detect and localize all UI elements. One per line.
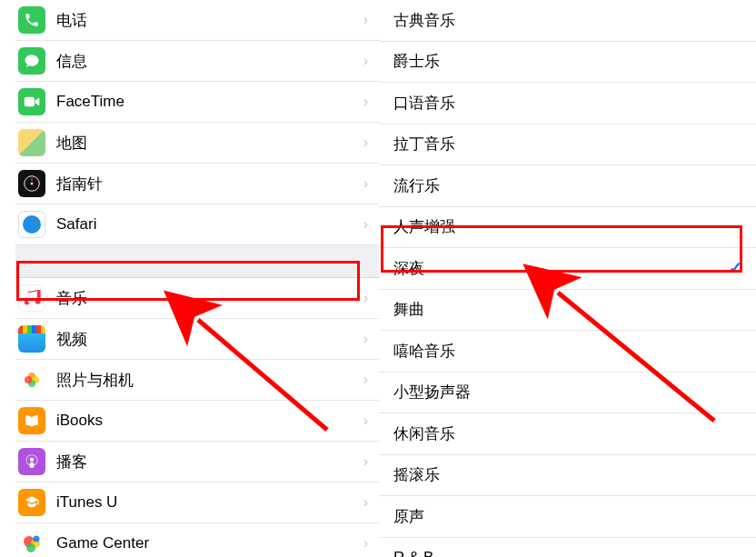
svg-point-8 <box>30 458 35 463</box>
row-label: 播客 <box>56 452 363 472</box>
chevron-right-icon: › <box>363 290 368 306</box>
settings-row-gamecenter[interactable]: Game Center › <box>15 523 379 557</box>
settings-row-safari[interactable]: Safari › <box>15 204 379 245</box>
eq-option-lounge[interactable]: 休闲音乐 <box>379 413 756 455</box>
chevron-right-icon: › <box>363 12 368 28</box>
video-icon <box>18 325 45 353</box>
music-icon <box>18 284 45 312</box>
svg-rect-0 <box>25 97 35 107</box>
compass-icon <box>18 170 45 197</box>
maps-icon <box>18 129 45 156</box>
row-label: FaceTime <box>56 93 363 111</box>
row-label: 地图 <box>56 133 363 154</box>
row-label: 嘻哈音乐 <box>393 341 756 362</box>
settings-row-music[interactable]: 音乐 › <box>15 278 379 319</box>
podcast-icon <box>18 448 45 475</box>
settings-row-photos[interactable]: 照片与相机 › <box>15 360 379 401</box>
row-label: 指南针 <box>56 174 363 194</box>
eq-option-rock[interactable]: 摇滚乐 <box>379 455 756 497</box>
row-label: Safari <box>56 215 363 234</box>
eq-option-pop[interactable]: 流行乐 <box>379 165 756 207</box>
row-label: 流行乐 <box>393 175 756 196</box>
svg-point-12 <box>26 543 35 552</box>
eq-option-dance[interactable]: 舞曲 <box>379 290 756 332</box>
eq-option-latin[interactable]: 拉丁音乐 <box>379 124 756 166</box>
row-label: 电话 <box>56 10 363 31</box>
row-label: iBooks <box>56 412 363 430</box>
row-label: 信息 <box>56 51 363 72</box>
eq-option-rnb[interactable]: R & B <box>379 538 756 558</box>
itunesu-icon <box>18 489 45 516</box>
eq-option-classical[interactable]: 古典音乐 <box>379 0 756 42</box>
ibooks-icon <box>18 407 45 434</box>
settings-row-facetime[interactable]: FaceTime › <box>15 82 379 123</box>
eq-option-acoustic[interactable]: 原声 <box>379 496 756 538</box>
photos-icon <box>18 366 45 393</box>
eq-option-latenight[interactable]: 深夜 ✓ <box>379 248 756 290</box>
settings-row-messages[interactable]: 信息 › <box>15 41 379 82</box>
row-label: 爵士乐 <box>393 51 756 72</box>
row-label: 摇滚乐 <box>393 464 756 485</box>
svg-point-2 <box>31 183 34 185</box>
row-label: iTunes U <box>56 493 363 512</box>
eq-option-spoken[interactable]: 口语音乐 <box>379 83 756 124</box>
phone-icon <box>18 6 45 34</box>
settings-row-phone[interactable]: 电话 › <box>15 0 379 41</box>
facetime-icon <box>18 88 45 115</box>
row-label: 口语音乐 <box>393 93 756 114</box>
eq-option-hiphop[interactable]: 嘻哈音乐 <box>379 331 756 373</box>
chevron-right-icon: › <box>363 216 368 233</box>
chevron-right-icon: › <box>363 494 368 511</box>
eq-option-small-speakers[interactable]: 小型扬声器 <box>379 373 756 414</box>
eq-option-vocal-boost[interactable]: 人声增强 <box>379 207 756 249</box>
section-separator <box>15 245 379 278</box>
svg-point-3 <box>23 215 41 234</box>
settings-row-video[interactable]: 视频 › <box>15 319 379 360</box>
chevron-right-icon: › <box>363 453 368 470</box>
svg-point-13 <box>34 536 40 542</box>
row-label: 原声 <box>393 506 756 527</box>
row-label: 古典音乐 <box>393 10 756 31</box>
chevron-right-icon: › <box>363 175 368 192</box>
eq-option-jazz[interactable]: 爵士乐 <box>379 42 756 84</box>
row-label: 拉丁音乐 <box>393 134 756 154</box>
settings-row-podcast[interactable]: 播客 › <box>15 442 379 482</box>
gamecenter-icon <box>18 530 45 557</box>
safari-icon <box>18 211 45 238</box>
chevron-right-icon: › <box>363 535 368 552</box>
row-label: R & B <box>393 549 756 557</box>
messages-icon <box>18 47 45 75</box>
row-label: 照片与相机 <box>56 370 363 391</box>
row-label: 休闲音乐 <box>393 423 756 444</box>
row-label: 舞曲 <box>393 299 756 320</box>
settings-row-ibooks[interactable]: iBooks › <box>15 401 379 442</box>
row-label: 小型扬声器 <box>393 382 756 403</box>
settings-row-compass[interactable]: 指南针 › <box>15 164 379 204</box>
row-label: Game Center <box>56 534 363 552</box>
row-label: 人声增强 <box>393 216 756 237</box>
svg-point-7 <box>25 376 32 383</box>
chevron-right-icon: › <box>363 413 368 429</box>
chevron-right-icon: › <box>363 134 368 151</box>
row-label: 音乐 <box>56 288 363 309</box>
chevron-right-icon: › <box>363 372 368 388</box>
settings-row-maps[interactable]: 地图 › <box>15 123 379 164</box>
chevron-right-icon: › <box>363 331 368 347</box>
row-label: 视频 <box>56 329 363 350</box>
chevron-right-icon: › <box>363 53 368 69</box>
checkmark-icon: ✓ <box>729 258 742 278</box>
chevron-right-icon: › <box>363 94 368 110</box>
row-label: 深夜 <box>393 258 729 279</box>
settings-row-itunesu[interactable]: iTunes U › <box>15 482 379 523</box>
